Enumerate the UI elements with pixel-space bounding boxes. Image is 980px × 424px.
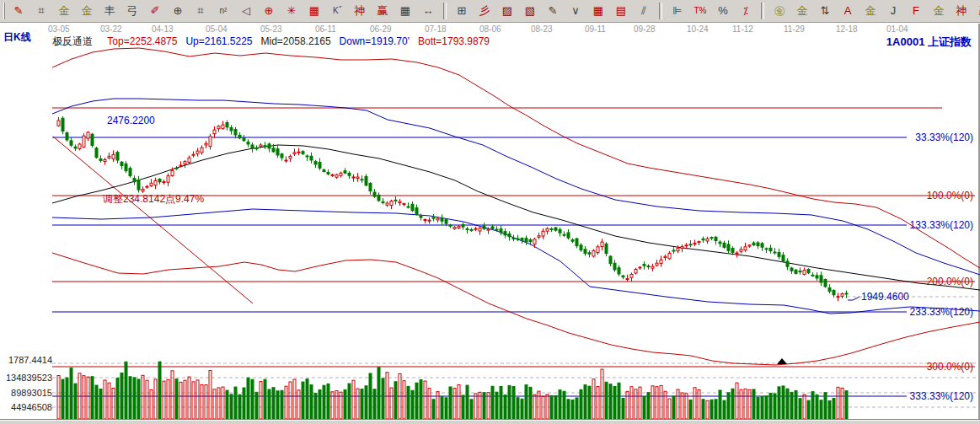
toolbar-separator xyxy=(443,3,447,19)
window-plus-icon[interactable]: ⊞ xyxy=(452,2,472,20)
fib-level-label: 333.33%(120) xyxy=(910,390,973,402)
percent-red-icon[interactable]: T% xyxy=(690,2,710,20)
pencil-lines-icon[interactable]: ✎ xyxy=(543,2,563,20)
indicator-value: Mid=2058.2165 xyxy=(261,35,331,47)
chart-canvas[interactable] xyxy=(0,24,980,419)
date-tick: 11-12 xyxy=(732,24,753,34)
bar-scale-icon[interactable]: ⊫ xyxy=(667,2,688,20)
n-squared-icon[interactable]: n² xyxy=(213,2,233,20)
indicator-value: Up=2161.5225 xyxy=(185,35,252,47)
toolbar: ✎⌗金金丰弓✐⊕⌗n²◁⊕✳▦K˝神赢▦↔⊞彡▨▧✎∨▦▤⫽⊫T%%⁒㊎金⇅A金… xyxy=(0,0,980,23)
date-tick: 11-29 xyxy=(784,24,805,34)
chart-panel: 日K线 1A0001 上证指数 03-0503-2204-1305-0405-2… xyxy=(0,24,980,419)
date-tick: 03-05 xyxy=(48,24,70,34)
gold-tool-icon[interactable]: 金 xyxy=(54,2,74,20)
hash2-icon[interactable]: ⌗ xyxy=(190,2,211,20)
gold-line-icon[interactable]: 金 xyxy=(792,2,812,20)
toolbar-separator xyxy=(659,3,662,19)
draw-brush-icon[interactable]: ✎ xyxy=(8,2,29,20)
period-label[interactable]: 日K线 xyxy=(3,30,31,45)
updown-icon[interactable]: ⇅ xyxy=(815,2,835,20)
date-tick: 06-11 xyxy=(315,24,336,34)
date-tick: 08-06 xyxy=(479,24,501,34)
indicator-name[interactable]: 极反通道 xyxy=(52,35,93,47)
date-tick: 09-28 xyxy=(634,24,656,34)
target-circle-icon[interactable]: ⊕ xyxy=(168,2,188,20)
crosshair-icon[interactable]: ⊕ xyxy=(259,2,279,20)
date-tick: 07-18 xyxy=(425,24,447,34)
toolbar-grip[interactable] xyxy=(3,3,5,19)
percent-line-icon[interactable]: ⁒ xyxy=(736,2,756,20)
shen-angle-icon[interactable]: 神 xyxy=(951,2,972,20)
fib-level-label: 200.0%(0) xyxy=(927,276,973,287)
check-lines-icon[interactable]: ∨ xyxy=(565,2,586,20)
gold-angle-icon[interactable]: 金 xyxy=(929,2,949,20)
date-tick: 12-18 xyxy=(836,24,858,34)
ray-fan-icon[interactable]: 彡 xyxy=(474,2,495,20)
gold-underline-icon[interactable]: 金 xyxy=(860,2,881,20)
horizontal-scrollbar[interactable] xyxy=(0,419,980,424)
scale-label: 89893015 xyxy=(2,388,52,398)
gold-tool2-icon[interactable]: 金 xyxy=(77,2,97,20)
date-tick: 03-22 xyxy=(100,24,122,34)
symbol-label: 1A0001 上证指数 xyxy=(886,35,972,50)
fib-level-label: 300.0%(0) xyxy=(927,361,973,373)
indicator-value: Top=2252.4875 xyxy=(107,35,177,47)
fib-level-label: 233.33%(120) xyxy=(910,306,973,318)
date-tick: 01-04 xyxy=(886,24,908,34)
chart-annotation: 2476.2200 xyxy=(107,115,155,126)
red-gridbox-icon[interactable]: ▦ xyxy=(304,2,324,20)
indicator-value: Bott=1793.9879 xyxy=(418,35,490,47)
toolbar-separator xyxy=(761,3,764,19)
scale-label: 44946508 xyxy=(2,402,52,412)
box-shade-icon[interactable]: ▨ xyxy=(497,2,517,20)
date-tick: 04-13 xyxy=(152,24,174,34)
date-tick: 10-24 xyxy=(687,24,709,34)
date-tick: 08-23 xyxy=(531,24,553,34)
scale-label: 134839523 xyxy=(2,373,52,383)
date-tick: 06-29 xyxy=(370,24,392,34)
percent-icon[interactable]: % xyxy=(713,2,733,20)
date-tick: 09-11 xyxy=(585,24,606,34)
pennant-icon[interactable]: ◁ xyxy=(236,2,256,20)
ying-angle-icon[interactable]: 赢 xyxy=(974,2,980,20)
ying-tool-icon[interactable]: 赢 xyxy=(372,2,393,20)
red-grid1-icon[interactable]: ▦ xyxy=(588,2,608,20)
gold-circle-icon[interactable]: ㊎ xyxy=(769,2,790,20)
chart-annotation: 调整234.8142点9.47% xyxy=(103,192,204,207)
k-mark-icon[interactable]: K˝ xyxy=(327,2,347,20)
date-tick: 05-23 xyxy=(260,24,282,34)
grid-hash-icon[interactable]: ⌗ xyxy=(31,2,51,20)
bow-tool-icon[interactable]: 弓 xyxy=(122,2,142,20)
scale-label: 1787.4414 xyxy=(2,355,52,365)
a-wave-icon[interactable]: A xyxy=(838,2,858,20)
slash-lines-icon[interactable]: ⫽ xyxy=(634,2,654,20)
indicator-value: Down=1919.70' xyxy=(340,35,410,47)
chart-annotation: 1949.4600 xyxy=(861,291,909,303)
fib-level-label: 133.33%(120) xyxy=(910,219,973,231)
box-rays-icon[interactable]: ▧ xyxy=(520,2,540,20)
starburst-icon[interactable]: ✳ xyxy=(281,2,302,20)
f-angle-icon[interactable]: F xyxy=(906,2,926,20)
indicator-row: 极反通道 Top=2252.4875Up=2161.5225Mid=2058.2… xyxy=(52,35,498,49)
width-span-icon[interactable]: ↔ xyxy=(418,2,438,20)
date-tick: 05-04 xyxy=(206,24,228,34)
brush-ruler-icon[interactable]: ✐ xyxy=(145,2,165,20)
feng-tool-icon[interactable]: 丰 xyxy=(99,2,120,20)
shen-tool-icon[interactable]: 神 xyxy=(350,2,370,20)
fib-level-label: 100.0%(0) xyxy=(927,190,973,201)
fib-level-label: 33.33%(120) xyxy=(915,131,973,143)
j-angle-icon[interactable]: J xyxy=(883,2,903,20)
red-grid2-icon[interactable]: ▤ xyxy=(611,2,631,20)
gridbox-icon[interactable]: ▦ xyxy=(395,2,415,20)
